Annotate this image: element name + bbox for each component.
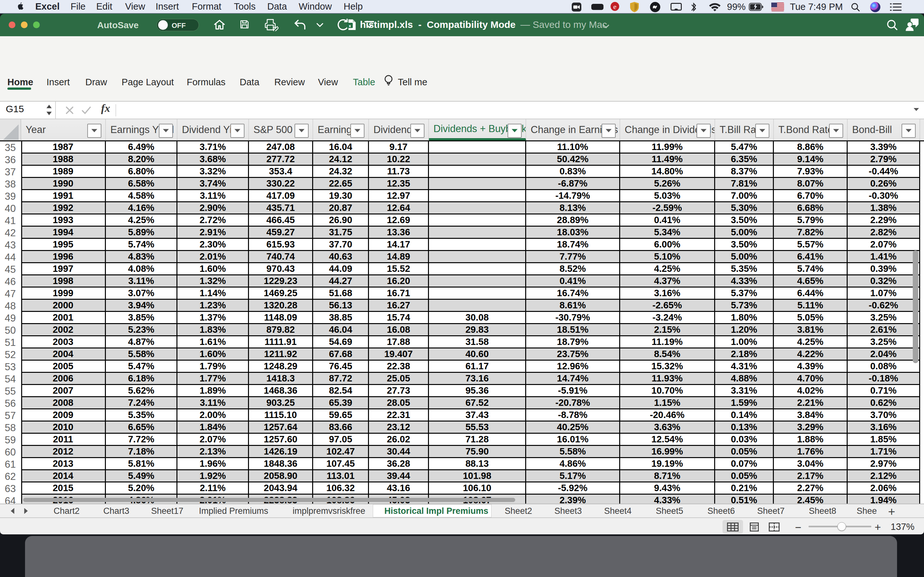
svg-text:e: e	[614, 3, 617, 11]
svg-text:x: x	[349, 23, 351, 28]
